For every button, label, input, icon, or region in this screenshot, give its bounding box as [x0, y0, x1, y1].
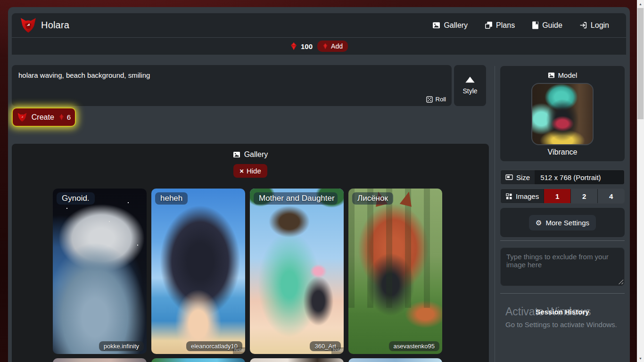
gallery-card[interactable]: Лисёнок asevastenko95 [348, 189, 442, 354]
gem-icon [290, 42, 297, 50]
header: Holara Gallery Plans [12, 13, 626, 55]
column-divider [495, 66, 495, 362]
model-name: Vibrance [500, 148, 625, 156]
model-panel: Model Vibrance [500, 66, 625, 161]
nav-gallery[interactable]: Gallery [432, 21, 468, 30]
settings-sidebar: Model Vibrance Size 512 x 768 (Portrait)… [500, 66, 625, 237]
images-option-4[interactable]: 4 [597, 189, 624, 203]
nav-guide[interactable]: Guide [532, 21, 562, 30]
create-cost: 6 [58, 113, 71, 121]
sidebar-divider [500, 240, 625, 241]
roll-button[interactable]: Roll [426, 96, 446, 103]
sidebar-divider [500, 293, 625, 294]
model-header: Model [500, 71, 625, 79]
create-button[interactable]: Create 6 [13, 108, 75, 126]
card-author: asevastenko95 [389, 341, 439, 351]
more-settings-panel: ⚙ More Settings [500, 208, 625, 237]
gallery-card-row: Gynoid. pokke.infinity heheh eleanorcatl… [53, 189, 442, 354]
gallery-card-partial[interactable] [53, 358, 147, 362]
holara-fox-logo-icon [19, 17, 37, 33]
scrollbar-up-arrow[interactable]: ▲ [637, 0, 644, 8]
size-value-select[interactable]: 512 x 768 (Portrait) [535, 170, 624, 184]
login-arrow-icon [579, 21, 587, 29]
gallery-card[interactable]: Gynoid. pokke.infinity [53, 189, 147, 354]
card-title: Лисёнок [352, 192, 393, 205]
nav-menu: Gallery Plans Guide [432, 21, 609, 30]
create-cost-value: 6 [67, 113, 71, 121]
gallery-header-image-icon [233, 151, 240, 158]
model-label: Model [558, 71, 578, 79]
images-label: Images [516, 192, 539, 200]
navbar: Holara Gallery Plans [12, 13, 626, 38]
hide-gallery-button[interactable]: ×Hide [233, 164, 267, 178]
brand-home-link[interactable]: Holara [19, 17, 69, 33]
roll-label: Roll [436, 96, 446, 103]
guide-book-icon [532, 21, 539, 29]
gallery-card-row-partial [53, 358, 442, 362]
scrollbar-down-arrow[interactable]: ▼ [637, 354, 644, 362]
size-row: Size 512 x 768 (Portrait) [500, 170, 625, 185]
plans-layers-icon [485, 21, 493, 29]
close-icon: × [239, 167, 244, 175]
gallery-panel: Gallery ×Hide Gynoid. pokke.infinity heh… [12, 144, 489, 362]
size-label-group: Size [501, 170, 535, 184]
card-artwork-fox-girl [348, 189, 442, 354]
images-grid-icon [505, 193, 512, 200]
gallery-image-icon [432, 21, 440, 29]
negative-prompt-wrap [500, 247, 625, 288]
page-scrollbar[interactable]: ▲ ▼ [637, 0, 644, 362]
size-aspect-icon [505, 174, 513, 181]
gallery-card-partial[interactable] [151, 358, 245, 362]
brand-name: Holara [41, 20, 69, 31]
nav-guide-label: Guide [542, 21, 562, 30]
negative-prompt-input[interactable] [500, 247, 625, 286]
image-watermark: holara [331, 347, 344, 354]
session-history-title: Session History [500, 308, 625, 316]
nav-gallery-label: Gallery [444, 21, 468, 30]
hide-label: Hide [247, 167, 261, 175]
gallery-title: Gallery [244, 150, 268, 159]
card-artwork-mother-daughter [250, 189, 344, 354]
gem-balance: 100 [290, 42, 313, 50]
images-option-1[interactable]: 1 [544, 189, 570, 203]
gear-icon: ⚙ [536, 219, 542, 226]
dice-icon [426, 96, 433, 103]
gem-icon-cost [58, 114, 65, 121]
gem-icon-small [322, 43, 328, 49]
style-button[interactable]: Style [454, 65, 486, 106]
size-label: Size [516, 173, 530, 181]
images-label-group: Images [501, 189, 544, 203]
more-settings-button[interactable]: ⚙ More Settings [529, 215, 596, 230]
model-image-icon [548, 72, 555, 79]
prompt-card: holara waving, beach background, smiling… [12, 65, 452, 106]
card-title: Mother and Daughter [254, 192, 338, 205]
scrollbar-thumb[interactable] [637, 8, 644, 119]
gem-balance-value: 100 [301, 42, 313, 50]
nav-plans-label: Plans [496, 21, 515, 30]
gallery-card[interactable]: Mother and Daughter 360_Art holara [250, 189, 344, 354]
add-gems-button[interactable]: Add [317, 41, 348, 52]
gallery-header: Gallery [12, 144, 489, 159]
card-title: Gynoid. [57, 192, 95, 205]
card-artwork-gynoid [53, 189, 147, 354]
gallery-card-partial[interactable] [250, 358, 344, 362]
currency-bar: 100 Add [12, 38, 626, 55]
card-title: heheh [155, 192, 188, 205]
nav-plans[interactable]: Plans [485, 21, 515, 30]
images-option-2[interactable]: 2 [570, 189, 597, 203]
fox-ear-decoration [400, 190, 415, 206]
images-count-row: Images 1 2 4 [500, 189, 625, 204]
nav-login-label: Login [591, 21, 609, 30]
add-gems-label: Add [331, 42, 343, 50]
card-author: pokke.infinity [99, 341, 144, 351]
app-window: Holara Gallery Plans [8, 7, 630, 362]
style-label: Style [462, 87, 477, 95]
model-thumbnail[interactable] [531, 83, 594, 145]
create-fox-icon [17, 113, 27, 122]
prompt-input[interactable]: holara waving, beach background, smiling [12, 65, 452, 94]
card-artwork-heheh [151, 189, 245, 354]
gallery-card-partial[interactable] [348, 358, 442, 362]
gallery-card[interactable]: heheh eleanorcatlady10 holara [151, 189, 245, 354]
resize-grip[interactable] [618, 279, 623, 284]
nav-login[interactable]: Login [579, 21, 609, 30]
